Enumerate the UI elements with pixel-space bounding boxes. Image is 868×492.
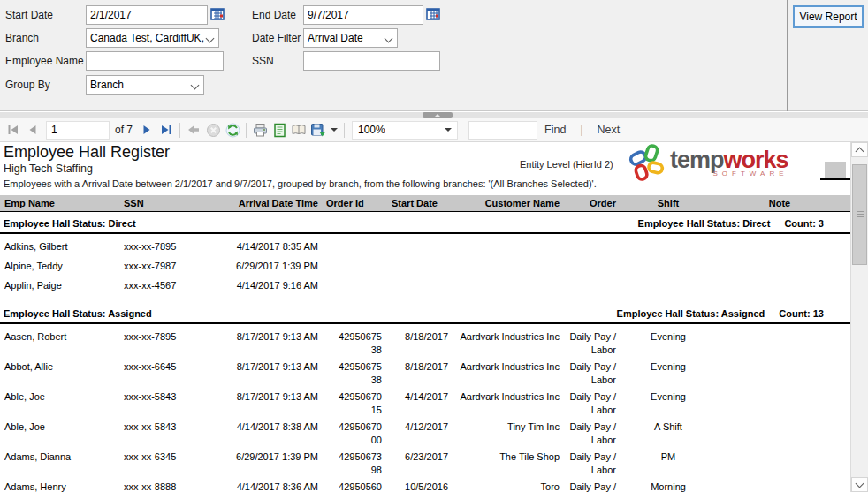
find-text-input[interactable] (468, 121, 537, 140)
cell-start-date: 8/18/2017 (384, 330, 451, 357)
group-by-dropdown[interactable]: Branch (86, 75, 204, 95)
caret-down-icon (331, 128, 338, 132)
report-description: Employees with a Arrival Date between 2/… (4, 178, 597, 189)
cell-shift: Evening (624, 360, 712, 387)
cell-order-id: 42950560 (320, 481, 384, 492)
cell-shift: Evening (624, 330, 712, 357)
first-page-button[interactable] (4, 120, 23, 140)
ssn-input[interactable] (303, 51, 440, 71)
cell-arrival: 4/14/2017 8:38 AM (232, 420, 320, 447)
page-setup-book-icon (291, 123, 307, 137)
cell-order-type: Daily Pay /Labor (566, 450, 624, 477)
group-rows-assigned: Aasen, Robert xxx-xx-7895 8/17/2017 9:13… (0, 327, 850, 492)
report-title: Employee Hall Register (4, 143, 170, 162)
cell-emp-name: Able, Joe (0, 420, 124, 447)
last-page-button[interactable] (156, 120, 176, 140)
branch-label: Branch (5, 32, 39, 44)
cell-arrival: 4/14/2017 9:16 AM (232, 276, 320, 295)
cell-emp-name: Abbot, Allie (0, 360, 124, 387)
date-filter-dropdown[interactable]: Arrival Date (303, 28, 398, 48)
start-date-calendar-button[interactable] (209, 7, 225, 23)
end-date-input[interactable] (303, 5, 423, 25)
cell-order-type: Daily Pay /Labor (566, 330, 624, 357)
zoom-dropdown-value: 100% (358, 124, 445, 136)
column-header-customer-name: Customer Name (451, 195, 566, 211)
export-button[interactable] (308, 120, 328, 140)
cell-ssn: xxx-xx-7987 (124, 256, 232, 276)
page-setup-button[interactable] (289, 120, 308, 140)
stop-icon (206, 123, 221, 138)
cell-customer: Aardvark Industries Inc (451, 330, 566, 357)
tempworks-pinwheel-icon (626, 143, 666, 182)
refresh-button[interactable] (223, 120, 242, 140)
view-report-button[interactable]: View Report (793, 5, 864, 28)
group-count: Count: 13 (779, 308, 824, 319)
cell-arrival: 4/14/2017 8:36 AM (232, 481, 320, 492)
group-label: Employee Hall Status: Assigned (4, 308, 152, 319)
cell-arrival: 6/29/2017 1:39 PM (232, 450, 320, 477)
branch-dropdown[interactable]: Canada Test, CardiffUK, Eag (86, 28, 219, 48)
vertical-scrollbar[interactable] (850, 142, 868, 492)
find-link[interactable]: Find (544, 124, 566, 136)
cell-order-type: Daily Pay /Labor (566, 420, 624, 447)
group-label: Employee Hall Status: Direct (4, 218, 136, 229)
cell-ssn: xxx-xx-5843 (124, 420, 232, 447)
cell-shift: Morning (624, 481, 712, 492)
table-row: Able, Joe xxx-xx-5843 4/14/2017 8:38 AM … (0, 417, 850, 447)
first-page-icon (6, 123, 20, 137)
column-header-arrival-date-time: Arrival Date Time (232, 195, 320, 211)
header-gray-box (825, 162, 846, 178)
next-link[interactable]: Next (598, 124, 621, 136)
cell-customer: Toro (451, 481, 566, 492)
cell-arrival: 4/14/2017 8:35 AM (232, 237, 320, 256)
export-menu-caret[interactable] (328, 128, 340, 132)
group-rows-direct: Adkins, Gilbert xxx-xx-7895 4/14/2017 8:… (0, 237, 850, 295)
zoom-dropdown[interactable]: 100% (352, 121, 458, 140)
scroll-up-button[interactable] (851, 142, 868, 157)
table-row: Abbot, Allie xxx-xx-6645 8/17/2017 9:13 … (0, 357, 850, 387)
collapse-panel-handle[interactable] (423, 112, 453, 118)
chevron-down-icon (207, 34, 215, 42)
stop-rendering-button[interactable] (203, 120, 223, 140)
next-page-button[interactable] (137, 120, 156, 140)
cell-ssn: xxx-xx-6645 (124, 360, 232, 387)
table-row: Adams, Dianna xxx-xx-6345 6/29/2017 1:39… (0, 447, 850, 477)
cell-emp-name: Adams, Dianna (0, 450, 124, 477)
calendar-icon (210, 7, 225, 21)
cell-order-id: 4295067538 (320, 360, 384, 387)
cell-emp-name: Adams, Henry (0, 481, 124, 492)
cell-note (712, 420, 847, 447)
cell-customer: Aardvark Industries Inc (451, 360, 566, 387)
column-header-ssn: SSN (124, 195, 232, 211)
cell-order-type: Daily Pay /Labor (566, 390, 624, 417)
back-to-parent-button[interactable] (184, 120, 203, 140)
cell-shift: PM (624, 450, 712, 477)
scroll-down-button[interactable] (851, 477, 868, 492)
branch-dropdown-value: Canada Test, CardiffUK, Eag (90, 32, 205, 44)
group-by-label: Group By (5, 79, 50, 91)
cell-arrival: 8/17/2017 9:13 AM (232, 330, 320, 357)
cell-start-date: 10/5/2016 (384, 481, 451, 492)
calendar-icon (426, 7, 440, 21)
group-by-dropdown-value: Branch (90, 79, 190, 91)
scrollbar-thumb[interactable] (852, 164, 867, 265)
previous-page-button[interactable] (23, 120, 42, 140)
cell-arrival: 8/17/2017 9:13 AM (232, 390, 320, 417)
ssn-label: SSN (252, 55, 274, 67)
print-button[interactable] (250, 120, 270, 140)
cell-ssn: xxx-xx-4567 (124, 276, 232, 295)
group-header-direct: Employee Hall Status: Direct Employee Ha… (0, 216, 850, 234)
table-header-row: Emp Name SSN Arrival Date Time Order Id … (0, 195, 850, 212)
date-filter-label: Date Filter (252, 32, 301, 44)
report-canvas: Employee Hall Register High Tech Staffin… (0, 142, 850, 492)
cell-emp-name: Able, Joe (0, 390, 124, 417)
end-date-calendar-button[interactable] (425, 7, 441, 23)
current-page-input[interactable] (46, 121, 110, 140)
table-row: Adkins, Gilbert xxx-xx-7895 4/14/2017 8:… (0, 237, 850, 256)
cell-order-type: Daily Pay /Labor (566, 360, 624, 387)
cell-emp-name: Aasen, Robert (0, 330, 124, 357)
end-date-label: End Date (252, 9, 296, 21)
print-layout-button[interactable] (270, 120, 289, 140)
employee-name-input[interactable] (86, 51, 224, 71)
start-date-input[interactable] (86, 5, 208, 25)
